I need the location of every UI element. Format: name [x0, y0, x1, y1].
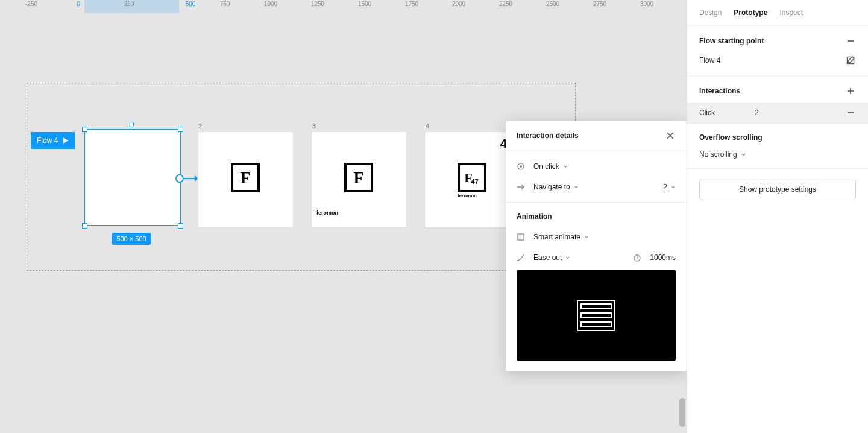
ruler-tick: 500	[186, 1, 196, 7]
preview-frame-icon	[577, 300, 615, 331]
chevron-down-icon	[565, 255, 570, 260]
panel-tabs: Design Prototype Inspect	[687, 0, 868, 26]
ruler-tick: 2000	[452, 1, 465, 7]
ruler-tick: 0	[77, 1, 80, 7]
canvas-scrollbar-thumb[interactable]	[679, 398, 685, 427]
tab-prototype[interactable]: Prototype	[734, 8, 767, 17]
trigger-value: On click	[533, 162, 559, 171]
frame-4-label[interactable]: 4	[426, 122, 429, 130]
logo-f-box: F	[344, 163, 373, 192]
duration-input[interactable]: 1000ms	[650, 253, 676, 262]
animation-preview	[517, 270, 676, 361]
resize-handle-n[interactable]	[130, 122, 134, 127]
popup-title: Interaction details	[517, 131, 579, 140]
flow-start-tag[interactable]: Flow 4	[31, 132, 75, 149]
resize-handle-ne[interactable]	[178, 127, 183, 132]
chevron-down-icon	[584, 235, 589, 239]
ruler-tick: 2250	[499, 1, 512, 7]
selection-size-badge: 500 × 500	[112, 233, 151, 245]
svg-point-1	[520, 166, 522, 168]
remove-flow-button[interactable]	[845, 36, 856, 46]
interaction-trigger: Click	[699, 109, 747, 117]
chevron-down-icon	[563, 164, 568, 169]
ruler-tick: 1500	[358, 1, 371, 7]
ruler-tick: 1250	[311, 1, 324, 7]
plus-icon	[846, 87, 855, 95]
tab-inspect[interactable]: Inspect	[779, 8, 803, 17]
flow-name-value[interactable]: Flow 4	[699, 56, 720, 65]
interaction-details-popup: Interaction details On click Navigate to…	[506, 121, 687, 371]
ruler-tick: 250	[124, 1, 134, 7]
duration-icon	[633, 253, 641, 262]
ruler-tick: 1000	[264, 1, 277, 7]
play-icon	[63, 137, 69, 144]
overflow-select[interactable]: No scrolling	[699, 150, 746, 159]
interaction-target: 2	[747, 109, 845, 117]
flow-tag-label: Flow 4	[37, 136, 58, 145]
overflow-value: No scrolling	[699, 150, 737, 159]
ruler-tick: 750	[220, 1, 230, 7]
logo-f-box: F	[231, 163, 260, 192]
easing-value: Ease out	[533, 253, 562, 262]
frame-3-caption: feromon	[316, 210, 338, 216]
smart-animate-icon	[517, 233, 525, 241]
ruler-tick: -250	[25, 1, 37, 7]
chevron-down-icon	[671, 185, 676, 189]
remove-interaction-button[interactable]	[845, 107, 856, 118]
animation-type-value: Smart animate	[533, 233, 580, 241]
prototype-connection-arrow[interactable]	[184, 178, 197, 179]
minus-icon	[846, 109, 855, 117]
frame-4-caption: feromon	[458, 193, 477, 198]
tab-design[interactable]: Design	[699, 8, 722, 17]
ruler-tick: 2500	[546, 1, 559, 7]
flow-starting-point-section: Flow starting point Flow 4	[687, 26, 868, 76]
svg-rect-3	[518, 234, 521, 240]
ruler-tick: 3000	[640, 1, 653, 7]
logo-f47-box: F47	[458, 163, 486, 192]
edit-flow-button[interactable]	[845, 55, 856, 66]
resize-handle-sw[interactable]	[82, 223, 87, 229]
easing-select[interactable]: Ease out	[533, 253, 570, 262]
ruler-tick: 2750	[593, 1, 606, 7]
resize-handle-nw[interactable]	[82, 127, 87, 132]
interaction-row[interactable]: Click 2	[687, 103, 868, 123]
resize-handle-se[interactable]	[178, 223, 183, 229]
frame-3[interactable]: F feromon	[312, 132, 406, 227]
action-select[interactable]: Navigate to	[533, 183, 579, 191]
overflow-scrolling-section: Overflow scrolling No scrolling	[687, 124, 868, 169]
overflow-title: Overflow scrolling	[699, 133, 763, 142]
close-icon	[666, 131, 675, 140]
minus-icon	[846, 37, 855, 45]
show-prototype-settings-button[interactable]: Show prototype settings	[699, 179, 856, 200]
edit-icon	[846, 56, 855, 65]
ruler: -250025050075010001250150017502000225025…	[0, 0, 687, 13]
animation-type-select[interactable]: Smart animate	[533, 233, 589, 241]
right-panel: Design Prototype Inspect Flow starting p…	[687, 0, 868, 433]
frame-1-selected[interactable]	[84, 129, 181, 226]
animation-section-header: Animation	[506, 202, 687, 227]
ruler-tick: 1750	[405, 1, 418, 7]
easing-icon	[517, 253, 525, 262]
navigate-icon	[517, 183, 525, 191]
interactions-title: Interactions	[699, 87, 740, 95]
add-interaction-button[interactable]	[845, 86, 856, 96]
chevron-down-icon	[574, 185, 579, 189]
chevron-down-icon	[741, 152, 746, 157]
target-select[interactable]: 2	[663, 183, 676, 191]
frame-2-label[interactable]: 2	[198, 122, 202, 130]
frame-3-label[interactable]: 3	[312, 122, 316, 130]
prototype-connection-node[interactable]	[175, 174, 184, 183]
action-value: Navigate to	[533, 183, 570, 191]
on-click-icon	[517, 162, 525, 171]
interactions-section: Interactions Click 2	[687, 76, 868, 124]
target-value: 2	[663, 183, 667, 191]
trigger-select[interactable]: On click	[533, 162, 568, 171]
flow-section-title: Flow starting point	[699, 37, 764, 45]
popup-close-button[interactable]	[665, 130, 676, 141]
frame-2[interactable]: F	[198, 132, 293, 227]
